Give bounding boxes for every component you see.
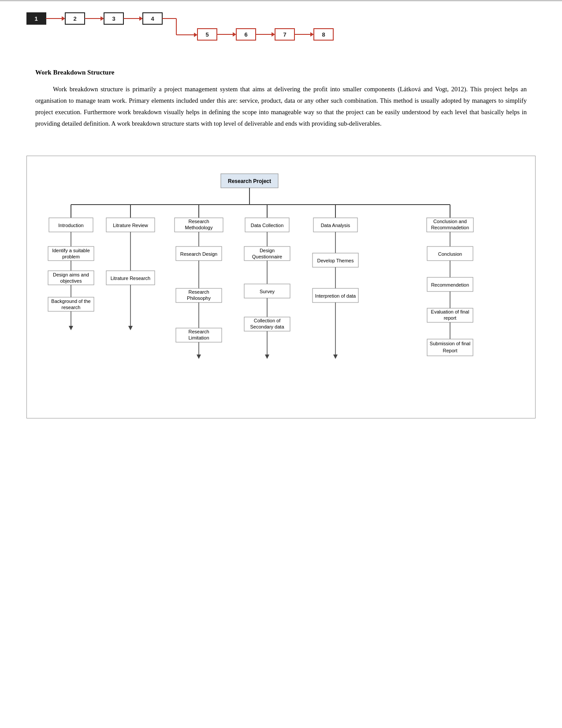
svg-marker-29 <box>310 32 314 37</box>
svg-text:Design: Design <box>260 248 275 253</box>
svg-text:Interpretion of data: Interpretion of data <box>315 293 356 299</box>
svg-text:Research Project: Research Project <box>228 178 271 184</box>
page: 1 2 3 4 <box>0 0 562 728</box>
svg-text:Research: Research <box>188 289 209 295</box>
svg-marker-108 <box>333 355 338 359</box>
svg-text:1: 1 <box>34 15 37 22</box>
svg-text:Report: Report <box>443 348 457 353</box>
svg-text:Develop Themes: Develop Themes <box>317 258 354 263</box>
body-text: Work breakdown structure is primarily a … <box>35 83 527 129</box>
svg-text:Limitation: Limitation <box>188 335 209 340</box>
svg-text:Secondary data: Secondary data <box>250 324 284 329</box>
svg-text:Data Analysis: Data Analysis <box>321 223 350 228</box>
svg-text:Methodology: Methodology <box>185 225 213 230</box>
svg-text:Research: Research <box>188 219 209 224</box>
svg-text:Research: Research <box>188 329 209 334</box>
svg-text:2: 2 <box>73 15 76 22</box>
svg-text:Survey: Survey <box>260 289 275 294</box>
svg-text:Recommendetion: Recommendetion <box>431 282 469 287</box>
svg-text:problem: problem <box>62 254 80 259</box>
svg-text:objectives: objectives <box>60 278 82 284</box>
svg-marker-3 <box>62 16 65 21</box>
svg-text:Research Design: Research Design <box>180 251 217 257</box>
svg-text:Conclusion and: Conclusion and <box>433 219 467 224</box>
wbs-svg: Research Project Introduction Litrature … <box>36 169 527 403</box>
svg-marker-74 <box>128 326 133 330</box>
flow-diagram-section: 1 2 3 4 <box>0 0 562 56</box>
svg-text:Background of the: Background of the <box>51 299 90 304</box>
svg-text:Philosophy: Philosophy <box>187 295 211 301</box>
svg-text:3: 3 <box>112 15 115 22</box>
svg-marker-100 <box>265 355 269 359</box>
svg-text:Design aims and: Design aims and <box>53 272 89 277</box>
svg-text:8: 8 <box>322 31 325 38</box>
svg-text:Litrature Research: Litrature Research <box>111 276 151 281</box>
svg-text:Collection of: Collection of <box>254 318 281 323</box>
svg-marker-69 <box>69 326 73 330</box>
svg-marker-17 <box>194 33 197 37</box>
svg-text:5: 5 <box>205 31 208 38</box>
svg-text:Introduction: Introduction <box>58 223 83 228</box>
svg-text:Questionnaire: Questionnaire <box>252 254 283 259</box>
svg-text:Evaluation of final: Evaluation of final <box>431 309 469 314</box>
svg-text:Identify a suitable: Identify a suitable <box>52 248 90 253</box>
svg-marker-25 <box>272 32 275 37</box>
svg-text:Data Collection: Data Collection <box>251 223 284 228</box>
svg-text:research: research <box>62 305 81 310</box>
flow-diagram-svg: 1 2 3 4 <box>26 9 335 42</box>
svg-marker-11 <box>139 16 143 21</box>
svg-marker-7 <box>100 16 104 21</box>
svg-marker-21 <box>233 32 236 37</box>
svg-text:7: 7 <box>283 31 286 38</box>
svg-text:6: 6 <box>244 31 247 38</box>
svg-text:Submission of final: Submission of final <box>430 341 470 346</box>
svg-text:Litrature Review: Litrature Review <box>113 223 148 228</box>
svg-text:4: 4 <box>151 15 154 22</box>
wbs-diagram: Research Project Introduction Litrature … <box>26 156 536 418</box>
svg-text:report: report <box>444 315 457 321</box>
content-section: Work Breakdown Structure Work breakdown … <box>0 56 562 142</box>
svg-text:Recommnadetion: Recommnadetion <box>431 225 469 230</box>
svg-text:Conclusion: Conclusion <box>438 251 462 257</box>
svg-marker-87 <box>197 355 201 359</box>
section-title: Work Breakdown Structure <box>35 69 527 76</box>
